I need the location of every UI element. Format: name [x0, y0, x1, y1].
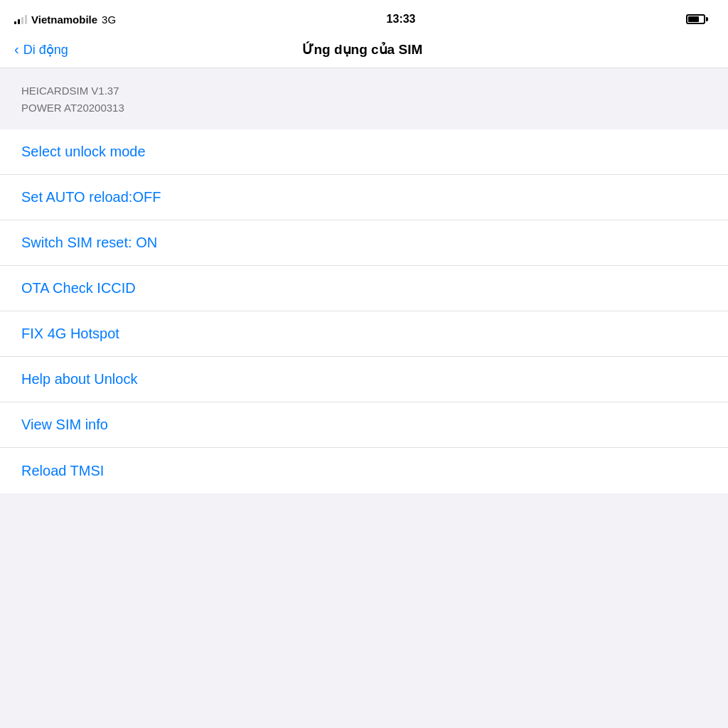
menu-item-fix-4g-hotspot[interactable]: FIX 4G Hotspot: [0, 311, 728, 357]
menu-item-ota-check-iccid[interactable]: OTA Check ICCID: [0, 266, 728, 311]
menu-list: Select unlock mode Set AUTO reload:OFF S…: [0, 129, 728, 493]
menu-item-reload-tmsi[interactable]: Reload TMSI: [0, 448, 728, 493]
signal-bar-1: [14, 21, 16, 24]
battery-tip: [706, 17, 708, 21]
menu-item-switch-sim-reset[interactable]: Switch SIM reset: ON: [0, 220, 728, 266]
chevron-left-icon: ‹: [14, 41, 19, 58]
info-line-2: POWER AT20200313: [21, 100, 707, 117]
menu-item-view-sim-info[interactable]: View SIM info: [0, 402, 728, 448]
menu-item-label: Switch SIM reset: ON: [21, 235, 157, 251]
status-bar: Vietnamobile 3G 13:33: [0, 0, 728, 36]
menu-item-label: Reload TMSI: [21, 463, 104, 479]
menu-item-select-unlock-mode[interactable]: Select unlock mode: [0, 129, 728, 175]
menu-item-label: OTA Check ICCID: [21, 280, 136, 296]
signal-bar-2: [18, 19, 20, 24]
menu-item-label: FIX 4G Hotspot: [21, 326, 119, 342]
page-title: Ứng dụng của SIM: [68, 41, 657, 58]
menu-item-help-about-unlock[interactable]: Help about Unlock: [0, 357, 728, 402]
bottom-section: [0, 493, 728, 636]
signal-bar-3: [21, 17, 23, 24]
nav-bar: ‹ Di động Ứng dụng của SIM: [0, 36, 728, 68]
back-button-label: Di động: [23, 42, 68, 58]
status-left: Vietnamobile 3G: [14, 14, 116, 26]
info-section: HEICARDSIM V1.37 POWER AT20200313: [0, 68, 728, 129]
battery-icon: [686, 14, 708, 24]
signal-bar-4: [25, 15, 27, 24]
menu-item-label: Select unlock mode: [21, 144, 146, 160]
menu-item-label: Set AUTO reload:OFF: [21, 189, 161, 205]
status-time: 13:33: [387, 13, 416, 26]
menu-item-label: View SIM info: [21, 417, 108, 433]
content-area: HEICARDSIM V1.37 POWER AT20200313 Select…: [0, 68, 728, 728]
battery-body: [686, 14, 705, 24]
battery-fill: [688, 16, 699, 22]
status-right: [686, 14, 708, 24]
page-wrapper: Vietnamobile 3G 13:33 ‹ Di động Ứng dụng…: [0, 0, 728, 728]
menu-item-label: Help about Unlock: [21, 371, 137, 387]
signal-bars-icon: [14, 14, 27, 24]
network-type: 3G: [102, 14, 116, 26]
menu-item-set-auto-reload[interactable]: Set AUTO reload:OFF: [0, 175, 728, 220]
info-line-1: HEICARDSIM V1.37: [21, 82, 707, 100]
back-button[interactable]: ‹ Di động: [14, 41, 68, 58]
carrier-name: Vietnamobile: [31, 14, 97, 26]
